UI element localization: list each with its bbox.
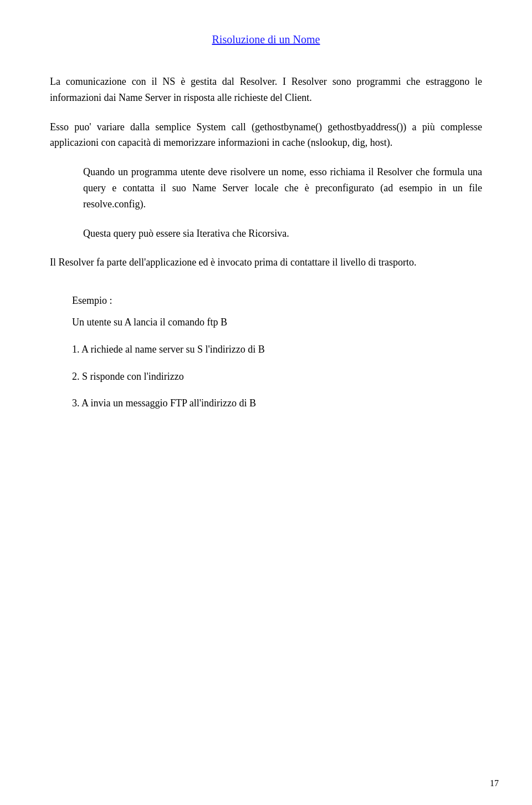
list-item-1: 1. A richiede al name server su S l'indi…: [72, 342, 482, 358]
paragraph-1: La comunicazione con il NS è gestita dal…: [50, 74, 482, 106]
paragraph-3: Quando un programma utente deve risolver…: [83, 164, 482, 212]
example-text: Un utente su A lancia il comando ftp B: [72, 314, 482, 330]
numbered-list: 1. A richiede al name server su S l'indi…: [72, 342, 482, 411]
page-number: 17: [490, 778, 499, 788]
paragraph-5: Il Resolver fa parte dell'applicazione e…: [50, 254, 482, 271]
list-item-2: 2. S risponde con l'indirizzo: [72, 369, 482, 385]
example-label: Esempio :: [72, 293, 482, 309]
paragraph-4: Questa query può essere sia Iterativa ch…: [83, 226, 482, 242]
page: Risoluzione di un Nome La comunicazione …: [0, 0, 532, 805]
page-title: Risoluzione di un Nome: [50, 33, 482, 46]
list-item-3: 3. A invia un messaggio FTP all'indirizz…: [72, 395, 482, 411]
paragraph-2: Esso puo' variare dalla semplice System …: [50, 119, 482, 151]
